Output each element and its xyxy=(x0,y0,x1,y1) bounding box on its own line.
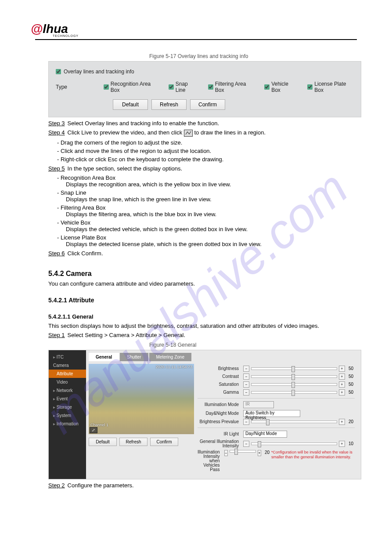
refresh-button[interactable]: Refresh xyxy=(151,99,187,110)
overlay-panel: Overlay lines and tracking info Type Rec… xyxy=(48,61,361,117)
ir-light-label: IR Light xyxy=(198,432,241,436)
brightness-prevalue-plus[interactable]: + xyxy=(339,419,345,425)
sidebar-item-video[interactable]: Video xyxy=(49,378,86,386)
camera-desc: You can configure camera attribute and v… xyxy=(48,280,357,287)
brightness-label: Brightness xyxy=(198,366,241,371)
sidebar-item-system[interactable]: System xyxy=(49,411,86,420)
brightness-slider[interactable] xyxy=(251,367,337,370)
step-3: Step 3 Select Overlay lines and tracking… xyxy=(48,120,357,127)
saturation-value: 50 xyxy=(347,382,355,387)
saturation-plus[interactable]: + xyxy=(339,381,345,388)
illum-pass-warning: *Configuration will be invalid when the … xyxy=(271,450,355,460)
brightness-prevalue-minus[interactable]: − xyxy=(243,419,249,425)
opt-recognition-area-box-desc: Displays the recognition area, which is … xyxy=(66,181,357,188)
opt-recognition-area-box: Recognition Area Box Displays the recogn… xyxy=(57,174,357,188)
step-3-text: Select Overlay lines and tracking info t… xyxy=(68,120,219,127)
snap-line-checkbox[interactable] xyxy=(169,84,174,90)
step-attr-2-text: Configure the parameters. xyxy=(68,482,134,489)
sidebar-item-network[interactable]: Network xyxy=(49,386,86,395)
opt-vehicle-box: Vehicle Box Displays the detected vehicl… xyxy=(57,219,357,232)
confirm-button-2[interactable]: Confirm xyxy=(150,438,178,446)
illum-pass-minus[interactable]: − xyxy=(224,450,228,456)
gen-illum-value: 10 xyxy=(347,441,355,446)
tab-metering-zone[interactable]: Metering Zone xyxy=(149,353,191,361)
gamma-slider[interactable] xyxy=(251,391,337,394)
gamma-minus[interactable]: − xyxy=(243,389,249,395)
filtering-area-checkbox[interactable] xyxy=(208,84,213,90)
contrast-label: Contrast xyxy=(198,374,241,379)
saturation-label: Saturation xyxy=(198,382,241,387)
opt-snap-line: Snap Line Displays the snap line, which … xyxy=(57,189,357,203)
illum-pass-plus[interactable]: + xyxy=(258,450,261,456)
step-attr-2: Step 2 Configure the parameters. xyxy=(48,482,357,489)
saturation-minus[interactable]: − xyxy=(243,381,249,388)
brightness-prevalue-label: Brightness Prevalue xyxy=(198,419,241,424)
step-6-number: Step 6 xyxy=(48,250,65,257)
sidebar-item-attribute[interactable]: Attribute xyxy=(49,370,86,378)
step-attr-1-text: Select Setting > Camera > Attribute > Ge… xyxy=(68,332,185,338)
live-region-list: Drag the corners of the region to adjust… xyxy=(57,139,357,163)
sidebar-item-storage[interactable]: Storage xyxy=(49,403,86,411)
gamma-label: Gamma xyxy=(198,390,241,395)
daynight-mode-select[interactable]: Auto Switch by Brightness xyxy=(243,410,300,417)
hint-drag-corners: Drag the corners of the region to adjust… xyxy=(57,139,357,146)
tab-general[interactable]: General xyxy=(89,353,119,361)
sidebar-item-information[interactable]: Information xyxy=(49,420,86,428)
illum-pass-slider[interactable] xyxy=(230,450,256,453)
type-option-list: Recognition Area Box Displays the recogn… xyxy=(57,174,357,247)
video-preview: 2020-11-11 14:54:73 Channel 1 ⤢ xyxy=(89,364,194,434)
tab-shutter[interactable]: Shutter xyxy=(120,353,148,361)
brightness-prevalue-value: 20 xyxy=(347,419,355,424)
overlay-lines-label: Overlay lines and tracking info xyxy=(64,69,134,75)
brightness-value: 50 xyxy=(347,366,355,371)
brightness-prevalue-slider[interactable] xyxy=(251,421,337,423)
recognition-area-checkbox[interactable] xyxy=(104,84,109,90)
general-panel: ITC Camera Attribute Video Network Event… xyxy=(48,350,361,479)
step-5: Step 5 In the type section, select the d… xyxy=(48,165,357,172)
hint-move-region: Click and move the lines of the region t… xyxy=(57,148,357,154)
polyline-icon xyxy=(184,130,193,137)
contrast-plus[interactable]: + xyxy=(339,374,345,380)
vehicle-box-checkbox[interactable] xyxy=(264,84,270,90)
sidebar-item-camera[interactable]: Camera xyxy=(49,361,86,370)
ir-light-select[interactable]: Day/Night Mode xyxy=(243,431,287,438)
step-4-number: Step 4 xyxy=(48,129,65,136)
gen-illum-slider[interactable] xyxy=(251,443,337,445)
sidebar: ITC Camera Attribute Video Network Event… xyxy=(49,350,86,479)
sidebar-item-itc[interactable]: ITC xyxy=(49,353,86,361)
contrast-minus[interactable]: − xyxy=(243,374,249,380)
refresh-button-2[interactable]: Refresh xyxy=(119,438,147,446)
controls: Brightness−+50 Contrast−+50 Saturation−+… xyxy=(198,364,358,474)
illumination-mode-select[interactable]: IR xyxy=(243,401,274,408)
type-label: Type xyxy=(56,84,93,90)
filtering-area-label: Filtering Area Box xyxy=(215,81,254,93)
license-plate-box-label: License Plate Box xyxy=(314,81,354,93)
video-timestamp: 2020-11-11 14:54:73 xyxy=(155,365,192,369)
hint-right-click: Right-click or click Esc on the keyboard… xyxy=(57,156,357,163)
general-desc: This section displays how to adjust the … xyxy=(48,323,357,329)
brightness-plus[interactable]: + xyxy=(339,366,345,372)
snap-line-label: Snap Line xyxy=(176,81,198,93)
step-5-number: Step 5 xyxy=(48,165,65,172)
default-button-2[interactable]: Default xyxy=(89,438,117,446)
sidebar-item-event[interactable]: Event xyxy=(49,395,86,403)
fullscreen-icon[interactable]: ⤢ xyxy=(90,427,97,433)
contrast-slider[interactable] xyxy=(251,375,337,378)
gen-illum-minus[interactable]: − xyxy=(243,441,249,447)
step-4-text-a: Click Live to preview the video, and the… xyxy=(68,129,183,136)
gamma-plus[interactable]: + xyxy=(339,389,345,395)
overlay-lines-checkbox[interactable] xyxy=(56,69,61,74)
step-4-text-b: to draw the lines in a region. xyxy=(194,129,266,136)
gen-illum-plus[interactable]: + xyxy=(339,441,345,447)
header-rule xyxy=(35,39,357,40)
vehicle-box-label: Vehicle Box xyxy=(271,81,297,93)
saturation-slider[interactable] xyxy=(251,383,337,386)
brightness-minus[interactable]: − xyxy=(243,366,249,372)
step-attr-1-number: Step 1 xyxy=(48,332,65,338)
opt-snap-line-desc: Displays the snap line, which is the gre… xyxy=(66,196,357,203)
daynight-mode-label: Day&Night Mode xyxy=(198,411,241,416)
opt-filtering-area-box-desc: Displays the filtering area, which is th… xyxy=(66,211,357,218)
license-plate-box-checkbox[interactable] xyxy=(307,84,313,90)
confirm-button[interactable]: Confirm xyxy=(190,99,225,110)
default-button[interactable]: Default xyxy=(113,99,148,110)
